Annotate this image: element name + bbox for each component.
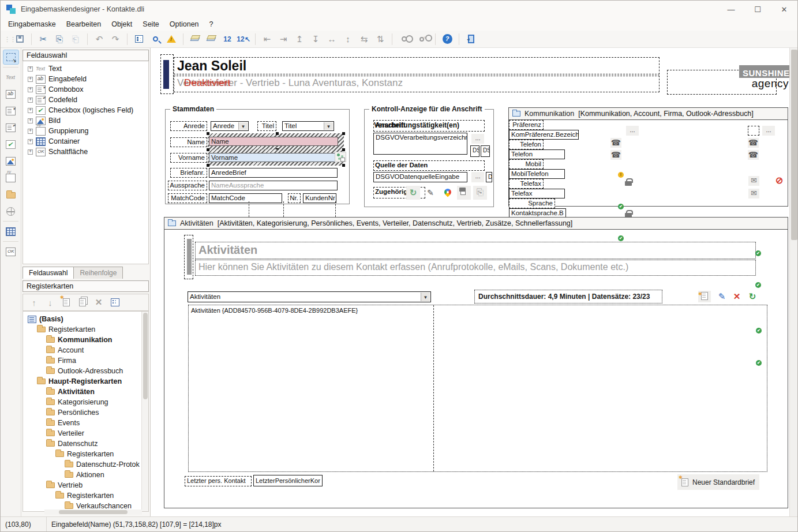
tool-combobox[interactable] [3, 103, 19, 118]
tool-codefeld[interactable] [3, 120, 19, 135]
praeferenz-ellipsis-button[interactable]: ... [626, 126, 639, 136]
unlink-button[interactable] [413, 32, 431, 46]
register-tree-item[interactable]: Outlook-Adressbuch [23, 366, 148, 376]
nameaussprache-field[interactable]: NameAussprache [209, 181, 338, 190]
warning-button[interactable] [164, 32, 179, 46]
titel-dropdown-icon[interactable]: ▼ [324, 122, 333, 130]
telefon-field[interactable]: Telefon [509, 149, 565, 159]
copy-address-button[interactable]: ⎘ [473, 186, 487, 200]
register-tree-item[interactable]: Registerkarten [23, 324, 148, 335]
palette-item-group[interactable]: Gruppierung [23, 126, 148, 136]
kommunikation-header[interactable]: Kommunikation [Kommunikation, Account, F… [509, 108, 788, 120]
contact-subtitle-object[interactable]: Vertriebsleiter - Vertrieb - Luna Aventu… [174, 76, 660, 92]
register-tree-item[interactable]: Vertrieb [23, 480, 148, 490]
register-tree-item[interactable]: Registerkarten [23, 490, 148, 501]
menu-item--[interactable]: ? [204, 19, 219, 29]
register-tree-item[interactable]: Aktionen [23, 470, 148, 480]
delete-tab-button[interactable]: ✕ [92, 296, 105, 309]
matchcode-field[interactable]: MatchCode [209, 193, 282, 203]
tool-group[interactable] [3, 170, 19, 185]
vorname-field-selection[interactable]: Vorname [208, 149, 344, 166]
register-tree-vscrollbar[interactable] [141, 312, 148, 511]
stammdaten-group[interactable]: Stammdaten Anrede Anrede▼ Titel Titel▼ N… [165, 109, 350, 204]
palette-item-text[interactable]: Text [23, 63, 148, 74]
move-down-button[interactable]: ↓ [44, 296, 57, 309]
new-tab-button[interactable] [60, 296, 73, 309]
register-tree-item[interactable]: Aktivitäten [23, 387, 148, 397]
register-tree-item[interactable]: Datenschutz [23, 439, 148, 449]
edit-address-button[interactable]: ✎ [424, 186, 437, 200]
tool-checkbox[interactable] [3, 137, 19, 152]
register-tree-item[interactable]: Kommunikation [23, 335, 148, 345]
name-field-selection[interactable]: Name [208, 133, 344, 150]
link-button[interactable] [396, 32, 411, 46]
contact-name-object[interactable]: Jean Soleil [174, 57, 660, 74]
copy-tab-button[interactable] [76, 296, 89, 309]
maps-button[interactable] [441, 186, 455, 200]
dsgvo-verzeichnis-field[interactable]: DSGVOVerarbeitungsverzeichni [373, 133, 467, 155]
distribute-horizontal-button[interactable]: ⇆ [357, 32, 372, 46]
paste-button[interactable]: ⎗ [68, 32, 83, 46]
name-field[interactable]: Name [209, 137, 338, 146]
anrede-dropdown-icon[interactable]: ▼ [238, 122, 248, 130]
palette-item-button[interactable]: Schaltfläche [23, 147, 148, 157]
align-right-button[interactable]: ⇥ [276, 32, 291, 46]
expand-icon[interactable] [28, 149, 33, 155]
menu-item-objekt[interactable]: Objekt [106, 19, 137, 29]
exit-button[interactable] [463, 32, 478, 46]
mail-icon[interactable] [748, 176, 759, 186]
phone-icon[interactable] [610, 150, 621, 160]
ds-button-2[interactable]: DS [481, 145, 490, 157]
send-to-back-button[interactable] [204, 32, 219, 46]
register-tree-item[interactable]: Events [23, 418, 148, 428]
mobil-field[interactable]: MobilTelefon [509, 169, 565, 179]
register-tree-item[interactable]: Kategorisierung [23, 397, 148, 407]
expand-icon[interactable] [28, 77, 33, 82]
register-tree-item[interactable]: Persönliches [23, 407, 148, 418]
expand-icon[interactable] [28, 118, 33, 123]
vorname-field[interactable]: Vorname [209, 153, 338, 162]
neuer-standardbrief-button[interactable]: Neuer Standardbrief [677, 474, 759, 490]
palette-item-combo[interactable]: Combobox [23, 84, 148, 95]
aktivitaeten-header[interactable]: Aktivitäten [Aktivitäten, Kategorisierun… [164, 218, 788, 230]
cut-button[interactable]: ✂ [36, 32, 51, 46]
align-top-button[interactable]: ↥ [292, 32, 307, 46]
tool-input[interactable] [3, 87, 19, 102]
register-tree-item[interactable]: Account [23, 345, 148, 355]
phone-icon[interactable] [748, 150, 759, 160]
section-accent-bar[interactable] [187, 239, 192, 275]
search-button[interactable] [148, 32, 163, 46]
menu-item-bearbeiten[interactable]: Bearbeiten [61, 19, 106, 29]
section-description-object[interactable]: Hier können Sie Aktivitäten zu diesem Ko… [195, 260, 756, 276]
activities-list-object[interactable]: Aktivitäten {ADD84570-956B-4079-8DE4-2B9… [188, 305, 767, 472]
register-tree-item[interactable]: (Basis) [23, 314, 148, 324]
expand-icon[interactable] [28, 66, 33, 72]
org-chart-icon[interactable] [335, 152, 346, 162]
redo-button[interactable]: ↷ [108, 32, 123, 46]
aktivitaeten-combobox[interactable]: Aktivitäten ▼ [188, 291, 431, 302]
same-height-button[interactable]: ↕ [340, 32, 355, 46]
letzter-kontakt-field[interactable]: LetzterPersönlicherKor [253, 475, 323, 486]
tool-image[interactable] [3, 153, 19, 168]
sprache-ellipsis-button[interactable]: ... [762, 126, 775, 136]
register-tree-item[interactable]: Firma [23, 355, 148, 366]
distribute-vertical-button[interactable]: ⇅ [373, 32, 388, 46]
kommunikation-container[interactable]: Kommunikation [Kommunikation, Account, F… [508, 107, 788, 207]
blocked-icon[interactable] [774, 176, 785, 186]
aktivitaeten-dropdown-icon[interactable]: ▼ [421, 293, 430, 301]
new-activity-button[interactable] [698, 291, 711, 302]
same-width-button[interactable]: ↔ [324, 32, 339, 46]
quelle-ellipsis-button[interactable]: ... [471, 172, 484, 182]
telefax-field[interactable]: Telefax [509, 189, 565, 198]
palette-item-image[interactable]: Bild [23, 115, 148, 126]
help-button[interactable]: ? [440, 32, 455, 46]
expand-icon[interactable] [28, 129, 33, 134]
print-address-button[interactable] [457, 186, 471, 200]
toolbar-grip[interactable]: ⋮⋮ [4, 38, 9, 40]
tab-order-edit-button[interactable]: 12↖ [236, 32, 251, 46]
close-button[interactable]: ✕ [771, 1, 797, 18]
anrede-combobox[interactable]: Anrede▼ [211, 121, 249, 131]
undo-button[interactable]: ↶ [92, 32, 107, 46]
phone-icon[interactable] [748, 138, 759, 148]
move-up-button[interactable]: ↑ [28, 296, 40, 309]
